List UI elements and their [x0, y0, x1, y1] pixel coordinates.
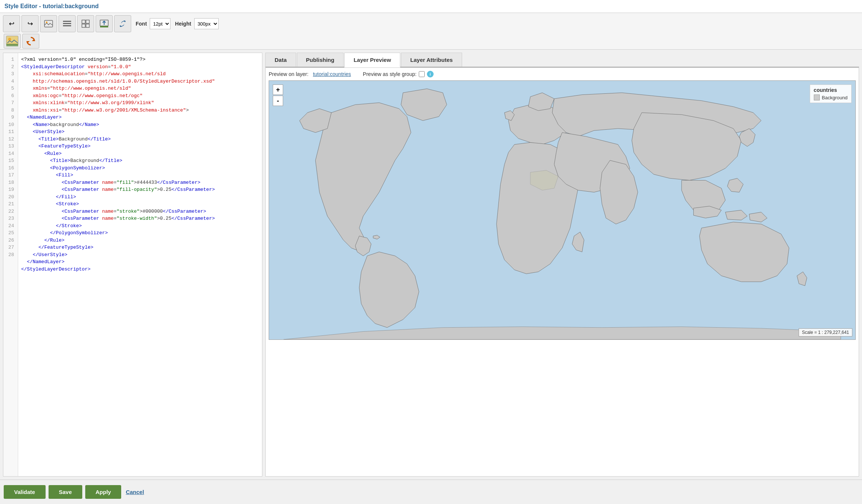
font-select[interactable]: 12pt 9pt 10pt 11pt 14pt 18pt 24pt [150, 18, 170, 29]
zoom-in-btn[interactable]: + [273, 84, 283, 95]
code-editor-panel: 12345 678910 1112131415 1617181920 21222… [3, 53, 262, 477]
list-btn[interactable] [59, 15, 76, 32]
legend-item-label: Background [822, 95, 848, 100]
svg-rect-6 [86, 20, 89, 23]
svg-rect-8 [86, 24, 89, 27]
map-container: + - countries Background [269, 80, 856, 340]
font-label: Font [136, 21, 147, 27]
svg-rect-11 [100, 26, 108, 27]
tab-layer-preview[interactable]: Layer Preview [344, 53, 400, 67]
svg-point-14 [8, 38, 11, 41]
svg-rect-5 [82, 20, 85, 23]
preview-header: Preview on layer: tutorial:countries Pre… [269, 71, 856, 77]
height-label: Height [175, 21, 191, 27]
refresh-btn[interactable] [22, 34, 39, 49]
validate-button[interactable]: Validate [4, 485, 46, 499]
info-icon[interactable]: i [427, 71, 434, 77]
svg-rect-12 [6, 36, 18, 45]
preview-layer-link[interactable]: tutorial:countries [313, 71, 351, 77]
tab-layer-attributes[interactable]: Layer Attributes [401, 53, 462, 67]
preview-style-group-checkbox[interactable] [419, 71, 425, 77]
title-bar: Style Editor - tutorial:background [0, 0, 862, 13]
svg-rect-7 [82, 24, 85, 27]
svg-rect-4 [63, 25, 71, 26]
export-btn[interactable] [96, 15, 113, 32]
image-btn[interactable] [40, 15, 57, 32]
xml-code[interactable]: <?xml version="1.0" encoding="ISO-8859-1… [18, 53, 262, 476]
cancel-button[interactable]: Cancel [124, 485, 145, 499]
save-button[interactable]: Save [49, 485, 82, 499]
preview-on-layer-label: Preview on layer: [269, 71, 308, 77]
scale-text: Scale = 1 : 279,227,641 [802, 330, 849, 335]
map-zoom-controls: + - [273, 84, 283, 106]
tabs-bar: Data Publishing Layer Preview Layer Attr… [265, 53, 859, 67]
preview-image-btn[interactable] [4, 34, 21, 49]
legend-title: countries [814, 87, 848, 93]
zoom-out-btn[interactable]: - [273, 96, 283, 106]
map-legend: countries Background [810, 84, 852, 103]
preview-style-group-label: Preview as style group: [363, 71, 417, 77]
apply-button[interactable]: Apply [85, 485, 122, 499]
tab-publishing[interactable]: Publishing [297, 53, 344, 67]
link-btn[interactable] [114, 15, 131, 32]
line-numbers: 12345 678910 1112131415 1617181920 21222… [3, 53, 18, 476]
right-panel: Data Publishing Layer Preview Layer Attr… [265, 53, 859, 477]
legend-color-swatch [814, 94, 820, 100]
svg-rect-13 [6, 44, 18, 46]
bottom-toolbar: Validate Save Apply Cancel [0, 480, 862, 504]
page-title: Style Editor - tutorial:background [4, 3, 99, 9]
map-scale: Scale = 1 : 279,227,641 [799, 328, 852, 336]
svg-point-1 [46, 21, 47, 23]
undo-btn[interactable]: ↩ [3, 15, 20, 32]
preview-style-group: Preview as style group: i [363, 71, 434, 77]
preview-area: Preview on layer: tutorial:countries Pre… [265, 67, 859, 477]
world-map-svg [269, 81, 855, 339]
tab-data[interactable]: Data [265, 53, 296, 67]
code-editor[interactable]: 12345 678910 1112131415 1617181920 21222… [3, 53, 262, 476]
svg-rect-3 [63, 23, 71, 24]
toolbar: ↩ ↪ Font 12pt 9pt 10pt 11pt [0, 13, 862, 50]
height-select[interactable]: 300px 200px 400px 500px 600px [194, 18, 219, 29]
grid-btn[interactable] [77, 15, 94, 32]
redo-btn[interactable]: ↪ [21, 15, 39, 32]
legend-item: Background [814, 94, 848, 100]
svg-rect-2 [63, 21, 71, 22]
main-content: 12345 678910 1112131415 1617181920 21222… [0, 50, 862, 480]
